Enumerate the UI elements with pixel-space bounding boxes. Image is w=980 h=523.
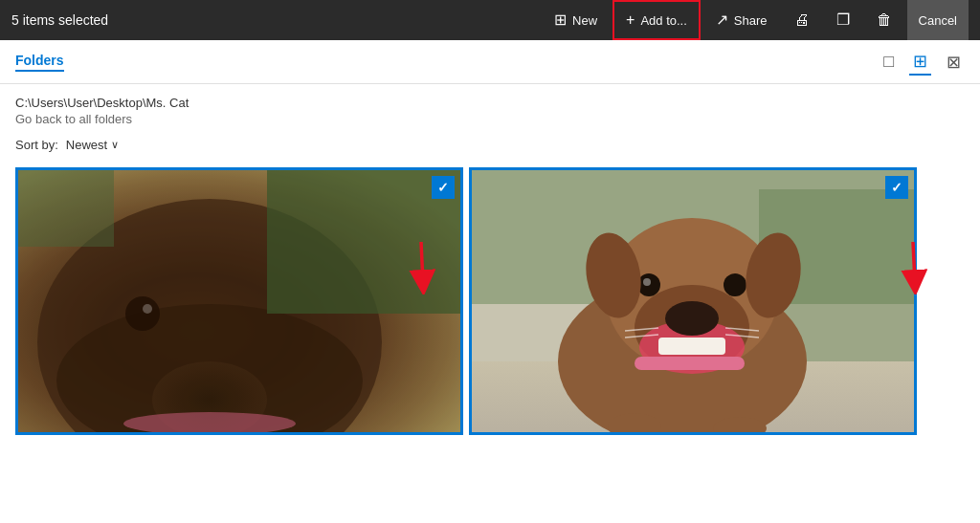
- photo-item-2[interactable]: [469, 167, 917, 435]
- sort-dropdown[interactable]: Newest ∨: [66, 138, 119, 152]
- view-grid6-button[interactable]: ⊠: [943, 50, 965, 75]
- print-icon: 🖨: [794, 12, 810, 28]
- sort-value: Newest: [66, 138, 107, 152]
- chevron-down-icon: ∨: [111, 139, 119, 151]
- cancel-button[interactable]: Cancel: [907, 0, 969, 40]
- photo-1-image: [18, 170, 460, 432]
- breadcrumb-area: C:\Users\User\Desktop\Ms. Cat Go back to…: [0, 84, 980, 130]
- copy-icon: ❐: [836, 12, 850, 28]
- add-to-button[interactable]: + Add to...: [612, 0, 701, 40]
- sort-label: Sort by:: [15, 138, 58, 152]
- svg-point-21: [724, 273, 746, 296]
- share-icon: ↗: [716, 12, 728, 28]
- svg-point-19: [665, 301, 719, 336]
- toolbar-actions: ⊞ New + Add to... ↗ Share 🖨 ❐ 🗑 Cancel: [543, 0, 969, 40]
- svg-rect-9: [18, 170, 460, 432]
- print-button[interactable]: 🖨: [783, 0, 821, 40]
- svg-rect-18: [658, 338, 725, 355]
- photo-item-1[interactable]: [15, 167, 463, 435]
- view-grid4-button[interactable]: ⊞: [909, 49, 931, 76]
- grid6-view-icon: ⊠: [947, 53, 961, 72]
- secondary-nav-bar: Folders □ ⊞ ⊠: [0, 40, 980, 84]
- view-toggle-group: □ ⊞ ⊠: [880, 49, 965, 76]
- nav-tabs: Folders: [15, 53, 64, 72]
- selected-count-label: 5 items selected: [11, 12, 108, 28]
- photo-2-image: [472, 170, 914, 432]
- add-icon: +: [626, 12, 635, 28]
- copy-button[interactable]: ❐: [825, 0, 861, 40]
- breadcrumb-path: C:\Users\User\Desktop\Ms. Cat: [15, 96, 965, 110]
- trash-icon: 🗑: [877, 12, 892, 28]
- share-button[interactable]: ↗ Share: [704, 0, 779, 40]
- svg-point-22: [643, 278, 651, 286]
- checkbox-view-icon: □: [883, 52, 894, 71]
- top-bar: 5 items selected ⊞ New + Add to... ↗ Sha…: [0, 0, 980, 40]
- svg-rect-25: [635, 357, 745, 370]
- new-icon: ⊞: [554, 12, 567, 28]
- new-button[interactable]: ⊞ New: [543, 0, 609, 40]
- back-to-folders-link[interactable]: Go back to all folders: [15, 112, 965, 126]
- grid4-view-icon: ⊞: [913, 52, 927, 71]
- delete-button[interactable]: 🗑: [865, 0, 903, 40]
- photo-1-checkbox[interactable]: [432, 176, 455, 199]
- sort-bar: Sort by: Newest ∨: [0, 130, 980, 160]
- view-checkbox-button[interactable]: □: [880, 50, 898, 74]
- folders-tab[interactable]: Folders: [15, 53, 64, 72]
- photo-grid: [0, 160, 980, 443]
- photo-2-checkbox[interactable]: [885, 176, 908, 199]
